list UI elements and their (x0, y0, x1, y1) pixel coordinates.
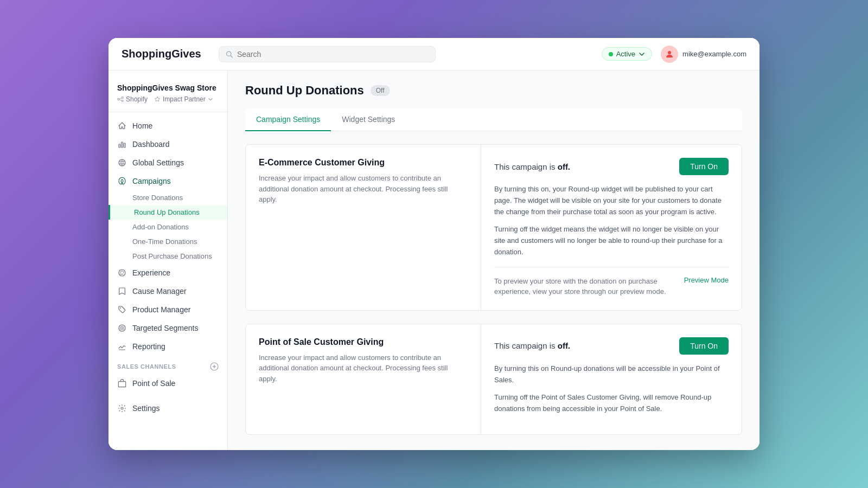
campaign-ecommerce-title: E-Commerce Customer Giving (259, 158, 468, 168)
sidebar-sub-item-post-purchase-donations[interactable]: Post Purchase Donations (108, 249, 227, 264)
header-right: Active mike@example.com (602, 46, 746, 63)
page-header: Round Up Donations Off (245, 84, 742, 98)
point-of-sale-label: Point of Sale (132, 379, 175, 388)
page-status-badge: Off (371, 85, 390, 96)
store-tier: Impact Partner (154, 95, 213, 103)
product-manager-label: Product Manager (132, 305, 190, 314)
settings-icon (117, 403, 127, 413)
main-content: Round Up Donations Off Campaign Settings… (228, 70, 760, 450)
sales-channels-label: Sales Channels (117, 363, 176, 370)
tier-label: Impact Partner (163, 95, 206, 103)
svg-rect-9 (122, 142, 123, 147)
add-on-donations-label: Add-on Donations (132, 223, 189, 231)
svg-point-21 (122, 328, 123, 329)
add-channel-icon[interactable] (210, 362, 219, 371)
campaign-pos-title: Point of Sale Customer Giving (259, 337, 468, 347)
search-icon (226, 50, 233, 58)
search-input[interactable] (237, 50, 429, 59)
body: ShoppingGives Swag Store Shopify (108, 70, 760, 450)
header: ShoppingGives Active (108, 38, 760, 70)
svg-point-4 (122, 97, 123, 99)
campaign-ecommerce-right: This campaign is off. Turn On By turning… (481, 145, 742, 310)
platform-label: Shopify (126, 95, 148, 103)
app-logo: ShoppingGives (122, 48, 201, 60)
sidebar-item-settings[interactable]: Settings (108, 399, 227, 418)
sidebar-item-dashboard[interactable]: Dashboard (108, 135, 227, 153)
svg-point-3 (118, 99, 119, 100)
bookmark-icon (117, 286, 127, 296)
svg-line-6 (119, 98, 122, 99)
post-purchase-donations-label: Post Purchase Donations (132, 252, 212, 260)
turn-on-button-ecommerce[interactable]: Turn On (679, 158, 729, 175)
campaign-pos-right: This campaign is off. Turn On By turning… (481, 324, 742, 434)
svg-point-18 (120, 307, 121, 309)
sidebar-item-targeted-segments[interactable]: Targeted Segments (108, 319, 227, 337)
target-icon (117, 323, 127, 333)
sidebar-item-reporting[interactable]: Reporting (108, 337, 227, 356)
sidebar-item-campaigns[interactable]: Campaigns (108, 172, 227, 190)
home-icon (117, 121, 127, 131)
campaign-pos-status-text: This campaign is off. (494, 341, 570, 350)
status-value: off. (558, 162, 570, 171)
sidebar-sub-item-add-on-donations[interactable]: Add-on Donations (108, 220, 227, 234)
sidebar: ShoppingGives Swag Store Shopify (108, 70, 228, 450)
sidebar-sub-item-round-up-donations[interactable]: Round Up Donations (108, 205, 227, 220)
chart-line-icon (117, 342, 127, 351)
tag-icon (117, 305, 127, 314)
turn-on-button-pos[interactable]: Turn On (679, 337, 729, 355)
campaign-ecommerce-desc1: By turning this on, your Round-up widget… (494, 184, 729, 217)
preview-row: To preview your store with the donation … (494, 276, 729, 297)
status-label: Active (616, 50, 635, 58)
svg-point-27 (121, 407, 123, 409)
svg-point-2 (668, 51, 671, 54)
svg-point-11 (119, 159, 125, 166)
svg-rect-10 (124, 143, 125, 147)
search-bar[interactable] (219, 46, 436, 62)
star-icon (154, 96, 161, 102)
targeted-segments-label: Targeted Segments (132, 324, 198, 332)
user-email: mike@example.com (682, 50, 746, 58)
sidebar-item-experience[interactable]: Experience (108, 264, 227, 282)
experience-label: Experience (132, 268, 170, 277)
chevron-down-icon (639, 51, 645, 57)
tabs-container: Campaign Settings Widget Settings (245, 108, 742, 131)
app-window: ShoppingGives Active (108, 38, 760, 450)
sidebar-item-cause-manager[interactable]: Cause Manager (108, 282, 227, 300)
one-time-donations-label: One-Time Donations (132, 237, 197, 246)
status-badge[interactable]: Active (602, 47, 652, 61)
home-label: Home (132, 121, 152, 130)
campaign-pos-desc1: By turning this on Round-up donations wi… (494, 363, 729, 386)
campaign-pos-desc2: Turning off the Point of Sales Customer … (494, 392, 729, 415)
store-icon (117, 378, 127, 388)
sidebar-item-point-of-sale[interactable]: Point of Sale (108, 374, 227, 393)
svg-rect-26 (118, 382, 125, 387)
campaigns-label: Campaigns (132, 177, 171, 185)
share-icon (117, 96, 124, 102)
preview-text: To preview your store with the donation … (494, 276, 675, 297)
store-platform: Shopify (117, 95, 148, 103)
settings-label: Settings (132, 404, 160, 413)
tab-widget-settings[interactable]: Widget Settings (331, 108, 406, 131)
sidebar-item-home[interactable]: Home (108, 117, 227, 135)
bar-chart-icon (117, 139, 127, 149)
tab-campaign-settings[interactable]: Campaign Settings (245, 108, 331, 131)
campaign-pos: Point of Sale Customer Giving Increase y… (245, 324, 742, 435)
preview-mode-link[interactable]: Preview Mode (684, 276, 729, 284)
status-prefix: This campaign is (494, 162, 556, 171)
dashboard-label: Dashboard (132, 140, 170, 149)
sidebar-item-global-settings[interactable]: Global Settings (108, 153, 227, 172)
campaign-ecommerce-status-text: This campaign is off. (494, 162, 570, 171)
sidebar-item-product-manager[interactable]: Product Manager (108, 300, 227, 319)
palette-icon (117, 268, 127, 278)
globe-icon (117, 158, 127, 168)
sidebar-sub-item-one-time-donations[interactable]: One-Time Donations (108, 234, 227, 249)
campaign-ecommerce-desc: Increase your impact and allow customers… (259, 173, 468, 205)
global-settings-label: Global Settings (132, 158, 184, 167)
campaign-ecommerce-status-row: This campaign is off. Turn On (494, 158, 729, 175)
sidebar-sub-item-store-donations[interactable]: Store Donations (108, 190, 227, 205)
campaign-pos-left: Point of Sale Customer Giving Increase y… (246, 324, 481, 434)
svg-line-1 (231, 55, 232, 57)
sales-channels-header: Sales Channels (108, 356, 227, 374)
store-info: ShoppingGives Swag Store Shopify (108, 79, 227, 112)
cause-manager-label: Cause Manager (132, 287, 187, 296)
